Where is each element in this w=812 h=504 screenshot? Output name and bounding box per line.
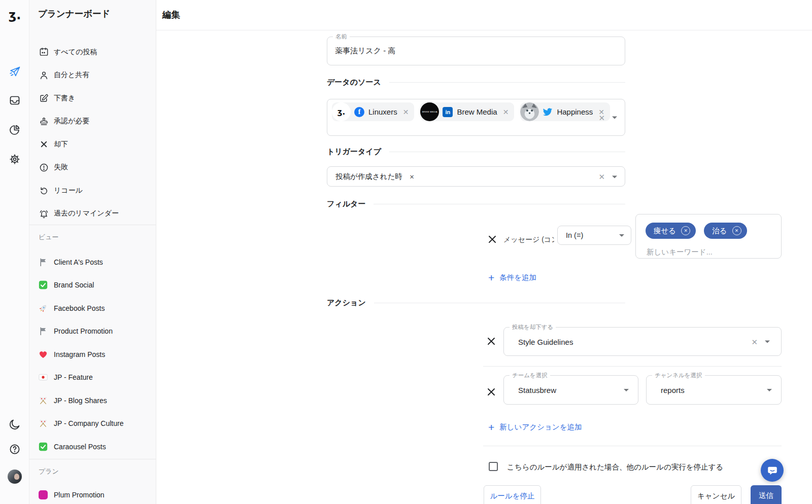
plan-item[interactable]: Plum Promotion bbox=[29, 483, 156, 504]
remove-chip-icon[interactable]: ✕ bbox=[403, 108, 409, 116]
remove-keyword-icon[interactable]: ✕ bbox=[732, 226, 741, 235]
alert-circle-icon bbox=[39, 162, 49, 172]
sidebar-title: プランナーボード bbox=[38, 8, 110, 20]
view-item-label: Instagram Posts bbox=[54, 350, 105, 358]
rule-name-field[interactable]: 名前 bbox=[327, 37, 625, 65]
remove-action-button[interactable] bbox=[487, 387, 496, 397]
sidebar-item-all-posts[interactable]: すべての投稿 bbox=[29, 41, 156, 64]
paper-plane-icon bbox=[9, 65, 21, 80]
sidebar-item-needs-approval[interactable]: 承認が必要 bbox=[29, 110, 156, 133]
data-source-heading: データのソース bbox=[327, 78, 625, 87]
view-item[interactable]: JP - Blog Shares bbox=[29, 389, 156, 412]
sidebar-item-rejected[interactable]: 却下 bbox=[29, 133, 156, 156]
help-button[interactable] bbox=[0, 440, 29, 460]
chevron-down-icon[interactable] bbox=[619, 234, 624, 239]
sidebar-item-shared-with-me[interactable]: 自分と共有 bbox=[29, 64, 156, 87]
source-chip: Happiness ✕ bbox=[520, 102, 610, 121]
plan-swatch-icon bbox=[39, 490, 48, 499]
sidebar-item-label: 過去のリマインダー bbox=[54, 209, 119, 218]
view-item[interactable]: Caraousel Posts bbox=[29, 435, 156, 458]
sidebar-item-drafts[interactable]: 下書き bbox=[29, 87, 156, 110]
remove-chip-icon[interactable]: ✕ bbox=[503, 108, 509, 116]
trigger-type-select[interactable]: 投稿が作成された時✕ ✕ bbox=[327, 166, 625, 187]
view-item[interactable]: Facebook Posts bbox=[29, 297, 156, 320]
nav-inbox-button[interactable] bbox=[0, 91, 29, 112]
chevron-down-icon[interactable] bbox=[612, 117, 617, 122]
channel-select[interactable]: チャンネルを選択 reports bbox=[646, 375, 782, 405]
action-divider bbox=[483, 366, 782, 367]
view-item-label: JP - Blog Shares bbox=[54, 397, 107, 405]
filter-heading: フィルター bbox=[327, 199, 625, 208]
nav-publish-button[interactable] bbox=[0, 62, 29, 83]
data-source-select[interactable]: ʒ. f Linuxers ✕ BREW MEDIA in Brew Media… bbox=[327, 99, 625, 136]
views-section-label: ビュー bbox=[39, 233, 59, 242]
submit-button[interactable]: 送信 bbox=[751, 485, 782, 504]
view-item[interactable]: JP - Company Culture bbox=[29, 412, 156, 436]
remove-filter-button[interactable] bbox=[488, 235, 497, 244]
views-list: Client A's Posts Brand Social Facebook P… bbox=[29, 250, 156, 458]
rule-name-input[interactable] bbox=[335, 37, 579, 65]
chevron-down-icon[interactable] bbox=[765, 341, 770, 346]
sidebar-item-past-reminders[interactable]: 過去のリマインダー bbox=[29, 202, 156, 226]
check-square-icon bbox=[39, 442, 48, 451]
stop-other-rules-checkbox[interactable] bbox=[489, 462, 498, 471]
view-item[interactable]: Brand Social bbox=[29, 274, 156, 297]
actions-heading: アクション bbox=[327, 298, 625, 307]
moon-icon bbox=[9, 418, 21, 433]
nav-reports-button[interactable] bbox=[0, 121, 29, 141]
add-condition-link[interactable]: + 条件を追加 bbox=[488, 273, 536, 282]
keyword-pill: 治る ✕ bbox=[704, 223, 747, 239]
sidebar-item-failed[interactable]: 失敗 bbox=[29, 156, 156, 179]
filter-keywords-box[interactable]: 痩せる ✕ 治る ✕ bbox=[635, 214, 782, 259]
dark-mode-toggle[interactable] bbox=[0, 415, 29, 436]
view-item[interactable]: JP - Feature bbox=[29, 366, 156, 389]
sidebar-item-label: 下書き bbox=[54, 94, 75, 103]
remove-action-button[interactable] bbox=[487, 337, 496, 346]
chevron-down-icon[interactable] bbox=[612, 175, 617, 181]
view-item-label: JP - Company Culture bbox=[54, 419, 123, 427]
new-keyword-input[interactable] bbox=[647, 248, 768, 256]
sidebar-item-label: すべての投稿 bbox=[54, 48, 97, 57]
sidebar-item-label: 自分と共有 bbox=[54, 70, 89, 80]
stamp-icon bbox=[39, 116, 49, 126]
person-icon bbox=[39, 70, 49, 80]
user-avatar[interactable] bbox=[8, 470, 22, 484]
view-item-label: Brand Social bbox=[54, 281, 94, 289]
remove-keyword-icon[interactable]: ✕ bbox=[681, 226, 690, 235]
crossed-flags-icon bbox=[39, 419, 48, 428]
linkedin-icon: in bbox=[443, 107, 453, 117]
nav-settings-button[interactable] bbox=[0, 150, 29, 170]
planner-sidebar: プランナーボード すべての投稿 自分と共有 下書き 承認が必要 bbox=[29, 0, 156, 504]
view-item-label: Facebook Posts bbox=[54, 304, 105, 312]
view-item[interactable]: Client A's Posts bbox=[29, 250, 156, 274]
undo-icon bbox=[39, 186, 49, 196]
chevron-down-icon[interactable] bbox=[624, 389, 629, 394]
sidebar-item-label: 失敗 bbox=[54, 163, 68, 172]
app-rail: ʒ. bbox=[0, 0, 29, 504]
team-select[interactable]: チームを選択 Statusbrew bbox=[503, 375, 638, 405]
gear-icon bbox=[9, 153, 21, 167]
happiness-avatar bbox=[520, 102, 539, 121]
view-item[interactable]: Instagram Posts bbox=[29, 343, 156, 366]
sidebar-item-recall[interactable]: リコール bbox=[29, 179, 156, 202]
remove-trigger-icon[interactable]: ✕ bbox=[410, 174, 415, 180]
filter-operator-select[interactable]: In (=) bbox=[557, 226, 631, 245]
reject-post-select[interactable]: 投稿を却下する Style Guidelines ✕ bbox=[503, 327, 782, 356]
sidebar-item-label: リコール bbox=[54, 186, 83, 195]
stop-rule-button[interactable]: ルールを停止 bbox=[484, 485, 541, 504]
add-action-link[interactable]: + 新しいアクションを追加 bbox=[488, 422, 582, 432]
clear-trigger-icon[interactable]: ✕ bbox=[598, 173, 605, 181]
clear-reject-icon[interactable]: ✕ bbox=[751, 338, 758, 345]
question-mark-icon bbox=[9, 443, 21, 457]
brew-media-avatar: BREW MEDIA bbox=[420, 102, 439, 121]
cancel-button[interactable]: キャンセル bbox=[691, 485, 741, 504]
statusbrew-logo[interactable]: ʒ. bbox=[0, 5, 29, 25]
plan-section-label: プラン bbox=[39, 467, 59, 476]
clear-sources-icon[interactable]: ✕ bbox=[598, 114, 605, 121]
pie-chart-icon bbox=[9, 124, 21, 138]
panel-header: 編集 bbox=[156, 0, 812, 30]
view-item-label: JP - Feature bbox=[54, 373, 93, 381]
chevron-down-icon[interactable] bbox=[767, 389, 772, 394]
view-item[interactable]: Product Promotion bbox=[29, 320, 156, 343]
chat-launcher-button[interactable] bbox=[761, 459, 784, 482]
